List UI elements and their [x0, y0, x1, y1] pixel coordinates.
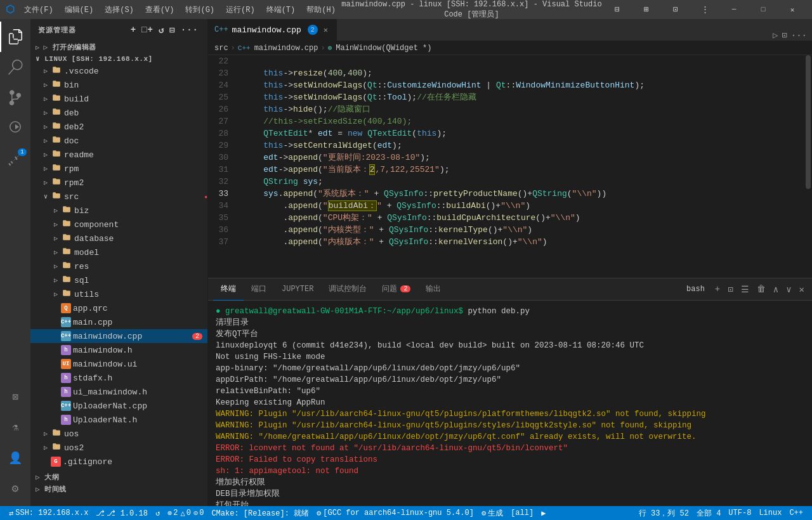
code-area[interactable]: this->resize(400,400); this->setWindowFl… — [233, 55, 804, 278]
linux-section[interactable]: ∨ LINUX [SSH: 192.168.x.x] — [30, 53, 207, 64]
new-terminal-icon[interactable]: + — [712, 283, 723, 296]
tree-item-stdafx.h[interactable]: hstdafx.h — [30, 371, 207, 385]
new-folder-icon[interactable]: □+ — [140, 23, 155, 37]
close-button[interactable]: ✕ — [778, 0, 807, 19]
activity-testing[interactable]: ⚗ — [0, 412, 30, 443]
refresh-icon[interactable]: ↺ — [157, 23, 166, 37]
run-or-debug-icon[interactable]: ▷ — [773, 30, 778, 41]
activity-scm[interactable] — [0, 82, 30, 113]
tree-item-UploaderNat.cpp[interactable]: C++UploaderNat.cpp — [30, 399, 207, 413]
tree-item-app.qrc[interactable]: Qapp.qrc — [30, 301, 207, 315]
tree-item-mainwindow.h[interactable]: hmainwindow.h — [30, 343, 207, 357]
status-all[interactable]: [all] — [507, 506, 537, 520]
menu-file[interactable]: 文件(F) — [19, 3, 58, 16]
status-encoding[interactable]: UTF-8 — [724, 506, 755, 520]
menu-goto[interactable]: 转到(G) — [180, 3, 219, 16]
status-ssh[interactable]: ⇄ SSH: 192.168.x.x — [5, 506, 92, 520]
panel-tab-problems[interactable]: 问题 2 — [374, 278, 418, 301]
tree-item-ui_mainwindow.h[interactable]: hui_mainwindow.h — [30, 385, 207, 399]
sidebar-more-icon[interactable]: ··· — [180, 23, 200, 37]
tree-item-bin[interactable]: ▷bin — [30, 78, 207, 92]
tree-item-build[interactable]: ▷build — [30, 92, 207, 106]
status-line-ending[interactable]: Linux — [755, 506, 785, 520]
activity-search[interactable] — [0, 52, 30, 82]
menu-help[interactable]: 帮助(H) — [301, 3, 341, 16]
status-cmake[interactable]: CMake: [Release]: 就绪 — [207, 506, 313, 520]
panel-maximize-icon[interactable]: ∧ — [771, 283, 781, 296]
tree-item-vscode[interactable]: ▷.vscode — [30, 64, 207, 78]
breadcrumb-method[interactable]: MainWindow(QWidget *) — [336, 44, 431, 53]
status-spaces[interactable]: 全部 4 — [693, 506, 724, 520]
tree-item-utils[interactable]: ▷utils — [30, 287, 207, 301]
menu-run[interactable]: 运行(R) — [221, 3, 260, 16]
tree-item-uos[interactable]: ▷uos — [30, 427, 207, 441]
menu-terminal[interactable]: 终端(T) — [261, 3, 301, 16]
status-errors[interactable]: ⊗ 2 △ 0 ⊙ 0 — [164, 506, 207, 520]
tab-close-button[interactable]: ✕ — [322, 25, 330, 36]
tree-item-sql[interactable]: ▷sql — [30, 273, 207, 287]
tree-item-.gitignore[interactable]: G.gitignore — [30, 455, 207, 469]
terminal-content[interactable]: ● greatwall@greatwall-GW-001M1A-FTF:~/ap… — [208, 301, 812, 506]
tree-item-rpm2[interactable]: ▷rpm2 — [30, 176, 207, 190]
panel-tab-debug[interactable]: 调试控制台 — [321, 278, 374, 301]
tree-item-deb[interactable]: ▷deb — [30, 106, 207, 120]
activity-extensions[interactable]: 1 — [0, 143, 30, 174]
panel-tab-ports[interactable]: 端口 — [244, 278, 274, 301]
more-actions-icon[interactable]: ··· — [791, 30, 807, 41]
restore-button[interactable]: □ — [749, 0, 778, 19]
minimize-button[interactable]: ─ — [719, 0, 749, 19]
timeline-section[interactable]: ▷ 时间线 — [30, 483, 207, 495]
split-editor-icon[interactable]: ⊡ — [782, 30, 787, 41]
activity-remote[interactable]: ⊠ — [0, 382, 30, 412]
breadcrumb-file[interactable]: mainwindow.cpp — [254, 44, 318, 53]
breadcrumb-src[interactable]: src — [214, 44, 228, 53]
trash-icon[interactable]: 🗑 — [754, 283, 768, 296]
tree-item-mainwindow.ui[interactable]: UImainwindow.ui — [30, 357, 207, 371]
tree-item-uos2[interactable]: ▷uos2 — [30, 441, 207, 455]
tree-item-doc[interactable]: ▷doc — [30, 134, 207, 148]
menu-view[interactable]: 查看(V) — [140, 3, 180, 16]
status-sync[interactable]: ↺ — [152, 506, 164, 520]
outline-section[interactable]: ▷ 大纲 — [30, 471, 207, 483]
status-build[interactable]: ⚙ 生成 — [478, 506, 507, 520]
terminal-list-icon[interactable]: ☰ — [738, 283, 752, 296]
tab-mainwindow-cpp[interactable]: C++ mainwindow.cpp 2 ✕ — [208, 19, 337, 41]
scroll-thumb[interactable] — [806, 55, 811, 189]
tree-item-model[interactable]: ▷model — [30, 245, 207, 259]
menu-select[interactable]: 选择(S) — [100, 3, 139, 16]
tree-item-mainwindow.cpp[interactable]: C++mainwindow.cpp2 — [30, 329, 207, 343]
panel-tab-terminal[interactable]: 终端 — [213, 278, 244, 301]
tree-item-readme[interactable]: ▷readme — [30, 148, 207, 162]
panel-tab-jupyter[interactable]: JUPYTER — [274, 278, 321, 301]
tree-item-component[interactable]: ▷component — [30, 218, 207, 231]
editor-content[interactable]: 22 23 24 25 26 27 28 29 30 31 32 33 34 3… — [208, 55, 812, 278]
panel-toggle[interactable]: ⊡ — [661, 0, 690, 19]
tree-item-main.cpp[interactable]: C++main.cpp — [30, 315, 207, 329]
tree-item-UploaderNat.h[interactable]: hUploaderNat.h — [30, 413, 207, 427]
panel-minimize-icon[interactable]: ∨ — [783, 283, 794, 296]
split-button[interactable]: ⊞ — [632, 0, 661, 19]
customize-layout[interactable]: ⋮ — [690, 0, 719, 19]
tree-item-res[interactable]: ▷res — [30, 259, 207, 273]
activity-account[interactable]: 👤 — [0, 443, 30, 473]
menu-edit[interactable]: 编辑(E) — [60, 3, 99, 16]
status-position[interactable]: 行 33，列 52 — [635, 506, 693, 520]
status-gcc[interactable]: ⚙ [GCC for aarch64-linux-gnu 5.4.0] — [313, 506, 478, 520]
tree-item-biz[interactable]: ▷biz — [30, 204, 207, 218]
layout-button[interactable]: ⊟ — [603, 0, 632, 19]
tree-item-rpm[interactable]: ▷rpm — [30, 162, 207, 176]
status-play[interactable]: ▶ — [537, 506, 549, 520]
activity-explorer[interactable] — [0, 22, 30, 52]
open-editors-section[interactable]: ▷ ▷ 打开的编辑器 — [30, 41, 207, 53]
status-branch[interactable]: ⎇ ⎇ 1.0.18 — [92, 506, 151, 520]
tree-item-database[interactable]: ▷database — [30, 231, 207, 245]
split-terminal-icon[interactable]: ⊡ — [725, 283, 735, 296]
collapse-all-icon[interactable]: ⊟ — [168, 23, 176, 37]
activity-settings[interactable]: ⚙ — [0, 473, 30, 504]
activity-run[interactable] — [0, 113, 30, 143]
panel-tab-output[interactable]: 输出 — [418, 278, 449, 301]
editor-scrollbar[interactable] — [804, 55, 812, 278]
status-lang[interactable]: C++ — [785, 506, 807, 520]
panel-close-icon[interactable]: ✕ — [797, 283, 807, 296]
tree-item-deb2[interactable]: ▷deb2 — [30, 120, 207, 134]
